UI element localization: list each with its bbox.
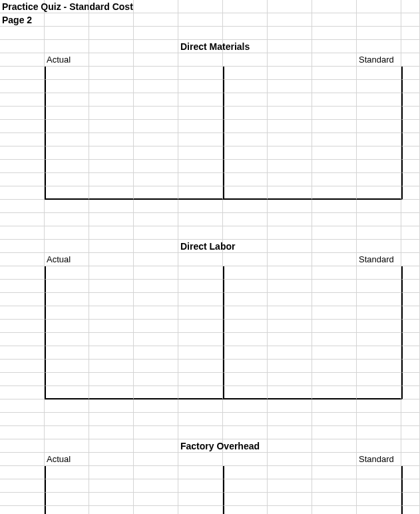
cell	[178, 213, 223, 226]
cell	[178, 506, 223, 514]
cell	[134, 0, 178, 13]
cell	[223, 200, 268, 213]
cell	[134, 306, 178, 320]
cell	[401, 53, 420, 67]
cell	[89, 107, 134, 120]
cell	[357, 493, 401, 506]
cell	[357, 439, 401, 453]
cell	[312, 0, 357, 13]
cell	[89, 453, 134, 466]
cell	[134, 266, 178, 280]
cell	[45, 333, 89, 346]
cell	[312, 133, 357, 146]
cell	[0, 386, 45, 399]
cell	[312, 373, 357, 386]
cell	[312, 493, 357, 506]
cell	[401, 426, 420, 439]
cell	[45, 67, 89, 80]
cell	[0, 320, 45, 333]
section-header-materials: Direct Materials	[178, 40, 223, 53]
materials-actual-label: Actual	[45, 53, 89, 67]
cell	[401, 293, 420, 306]
cell	[134, 426, 178, 439]
cell	[357, 133, 401, 146]
cell	[0, 133, 45, 146]
cell	[178, 386, 223, 399]
cell	[178, 0, 223, 13]
cell	[89, 373, 134, 386]
cell	[223, 346, 268, 360]
cell	[45, 479, 89, 493]
cell	[178, 186, 223, 200]
spreadsheet-grid: Practice Quiz - Standard CostPage 2Direc…	[0, 0, 420, 514]
cell	[0, 453, 45, 466]
cell	[89, 266, 134, 280]
cell	[268, 333, 312, 346]
cell	[134, 413, 178, 426]
cell	[268, 160, 312, 173]
cell	[312, 67, 357, 80]
cell	[312, 53, 357, 67]
cell	[45, 80, 89, 93]
cell	[0, 280, 45, 293]
cell	[223, 146, 268, 160]
cell	[312, 200, 357, 213]
cell	[134, 80, 178, 93]
page-number: Page 2	[0, 13, 45, 27]
cell	[401, 346, 420, 360]
cell	[223, 399, 268, 413]
cell	[89, 40, 134, 53]
cell	[268, 253, 312, 266]
cell	[357, 120, 401, 133]
cell	[134, 399, 178, 413]
cell	[312, 506, 357, 514]
cell	[312, 240, 357, 253]
cell	[312, 266, 357, 280]
cell	[312, 160, 357, 173]
cell	[223, 506, 268, 514]
cell	[178, 426, 223, 439]
cell	[0, 186, 45, 200]
cell	[223, 93, 268, 107]
cell	[357, 80, 401, 93]
section-header-labor: Direct Labor	[178, 240, 223, 253]
cell	[401, 333, 420, 346]
cell	[223, 413, 268, 426]
cell	[0, 200, 45, 213]
cell	[0, 107, 45, 120]
cell	[45, 413, 89, 426]
cell	[268, 53, 312, 67]
cell	[45, 386, 89, 399]
cell	[178, 360, 223, 373]
cell	[0, 493, 45, 506]
cell	[134, 493, 178, 506]
cell	[401, 506, 420, 514]
cell	[312, 13, 357, 27]
cell	[401, 453, 420, 466]
cell	[45, 293, 89, 306]
cell	[268, 466, 312, 479]
cell	[223, 293, 268, 306]
cell	[178, 67, 223, 80]
cell	[312, 333, 357, 346]
cell	[45, 13, 89, 27]
cell	[89, 493, 134, 506]
cell	[223, 226, 268, 240]
cell	[401, 266, 420, 280]
cell	[134, 373, 178, 386]
cell	[178, 346, 223, 360]
cell	[268, 320, 312, 333]
cell	[312, 213, 357, 226]
cell	[89, 426, 134, 439]
cell	[178, 13, 223, 27]
cell	[223, 67, 268, 80]
cell	[134, 133, 178, 146]
cell	[312, 173, 357, 186]
cell	[312, 93, 357, 107]
cell	[268, 67, 312, 80]
cell	[89, 226, 134, 240]
cell	[223, 0, 268, 13]
cell	[134, 226, 178, 240]
labor-standard-label: Standard	[357, 253, 401, 266]
cell	[0, 226, 45, 240]
